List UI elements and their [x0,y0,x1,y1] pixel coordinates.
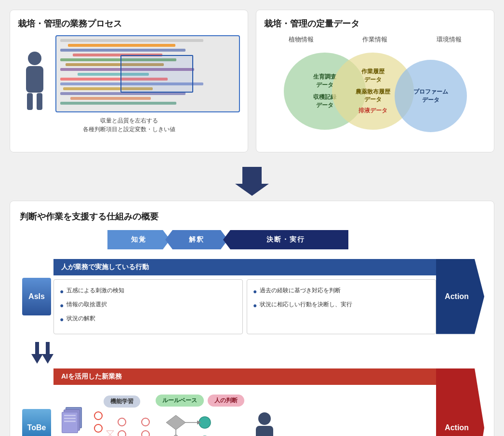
bottom-title: 判断や作業を支援する仕組みの概要 [20,211,484,222]
left-panel: 栽培・管理の業務プロセス [10,10,248,152]
bottom-section: 判断や作業を支援する仕組みの概要 知覚 解釈 決断・実行 AsIs 人が業務で実… [10,201,494,436]
venn-container: 植物情報 作業情報 環境情報 生育調査 データ 収穫記録 データ 作業履歴 デー… [264,35,486,144]
svg-rect-1 [26,66,43,93]
top-section: 栽培・管理の業務プロセス [10,10,494,152]
doc-icons [62,407,86,436]
tobe-action: Action [436,368,484,436]
circle-blue: プロファーム データ [395,60,467,132]
tobe-content: AIを活用した新業務 [53,368,436,436]
tobe-action-arrow: Action [436,368,484,436]
asis-content: 人が業務で実施している行動 ● 五感による刺激の検知 ● 情報の取捨選択 ● 状… [53,259,436,334]
asis-bullet-5: ● 状況に相応しい行動を決断し、実行 [253,300,430,312]
nav-seg-decide: 決断・実行 [223,230,348,249]
left-panel-title: 栽培・管理の業務プロセス [18,18,240,29]
tobe-inner: 情 報 機能学習 ⋮ [53,389,436,436]
flow-group: ルールベース 人の判断 [156,395,244,436]
gantt-area [18,35,240,112]
big-arrow [235,167,269,196]
nn-group: 機能学習 ⋮ [94,395,150,436]
asis-label: AsIs [22,278,51,315]
svg-marker-4 [235,167,269,196]
nav-seg-interpret: 解釈 [165,230,228,249]
caption-text: 収量と品質を左右する 各種判断項目と設定変数・しきい値 [83,116,175,134]
person-silhouette [18,35,52,112]
tobe-row: ToBe AIを活用した新業務 [20,368,484,436]
asis-bullet-4: ● 過去の経験に基づき対応を判断 [253,286,430,298]
venn-diagram: 生育調査 データ 収穫記録 データ 作業履歴 データ 農薬散布履歴 データ 排液… [279,48,472,144]
asis-action-arrow: Action [436,259,484,334]
nav-section: 知覚 解釈 決断・実行 [20,230,484,249]
asis-row: AsIs 人が業務で実施している行動 ● 五感による刺激の検知 ● 情報の取捨選… [20,259,484,334]
svg-point-25 [258,412,271,425]
asis-box-2: ● 過去の経験に基づき対応を判断 ● 状況に相応しい行動を決断し、実行 [247,279,436,334]
svg-rect-2 [27,93,33,110]
tag-human: 人の判断 [208,395,244,407]
asis-body: ● 五感による刺激の検知 ● 情報の取捨選択 ● 状況の解釈 ● [53,279,436,334]
svg-marker-6 [42,342,53,364]
asis-bullet-3: ● 状況の解釈 [60,313,237,326]
svg-marker-13 [166,415,186,430]
asis-bullet-2: ● 情報の取捨選択 [60,300,237,312]
info-group: 情 報 [59,407,88,436]
venn-labels: 植物情報 作業情報 環境情報 [264,35,486,44]
tobe-header: AIを活用した新業務 [53,368,436,385]
left-panel-content: 収量と品質を左右する 各種判断項目と設定変数・しきい値 [18,35,240,134]
tobe-label-container: ToBe [20,368,53,436]
tobe-label: ToBe [22,409,51,436]
tag-rule: ルールベース [156,395,204,407]
svg-point-16 [199,417,211,428]
right-panel-title: 栽培・管理の定量データ [264,18,486,29]
asis-header: 人が業務で実施している行動 [53,259,436,275]
nn-layer-input: ⋮ [94,411,103,436]
down-arrows [20,342,484,364]
gantt-highlight [120,55,194,93]
tag-ml: 機能学習 [104,395,140,408]
flow-chart [161,410,239,436]
nav-seg-perceive: 知覚 [107,230,170,249]
asis-bullet-1: ● 五感による刺激の検知 [60,286,237,298]
asis-label-container: AsIs [20,259,53,334]
asis-box-1: ● 五感による刺激の検知 ● 情報の取捨選択 ● 状況の解釈 [53,279,243,334]
gantt-chart [55,35,240,112]
svg-rect-3 [37,93,42,110]
label-plant: 植物情報 [289,35,314,44]
nn-layer-h1: ⋮ [118,418,126,436]
tobe-person [250,411,279,436]
svg-marker-5 [31,342,43,364]
neural-net: ⋮ [94,411,150,436]
label-work: 作業情報 [362,35,387,44]
label-env: 環境情報 [437,35,462,44]
nn-layer-h2: ⋮ [141,418,150,436]
asis-action: Action [436,259,484,334]
nav-arrow-container: 知覚 解釈 決断・実行 [107,230,397,249]
right-panel: 栽培・管理の定量データ 植物情報 作業情報 環境情報 生育調査 データ 収穫記録… [256,10,494,152]
svg-rect-26 [256,426,273,436]
svg-marker-14 [166,435,186,436]
svg-point-0 [28,52,41,65]
